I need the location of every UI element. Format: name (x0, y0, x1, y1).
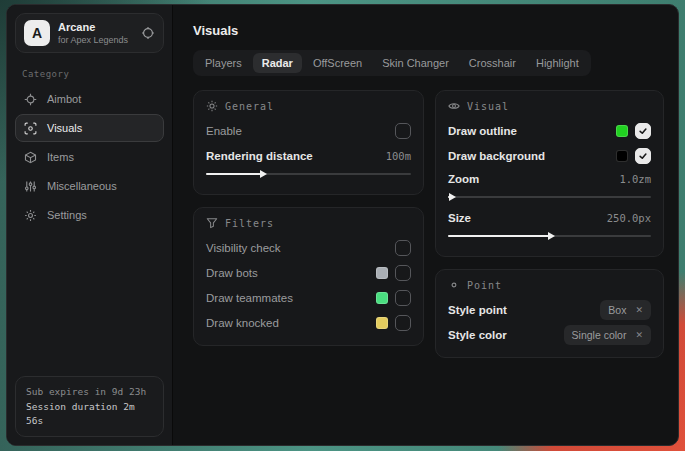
dot-icon (448, 279, 460, 291)
clear-icon[interactable]: ✕ (635, 330, 643, 340)
style-color-value: Single color (572, 329, 627, 341)
rendering-distance-row: Rendering distance 100m (206, 144, 411, 167)
tab-crosshair[interactable]: Crosshair (460, 53, 525, 73)
draw-teammates-row: Draw teammates (206, 286, 411, 309)
content: General Enable Rendering distance 100m (193, 90, 664, 358)
sidebar-item-label: Miscellaneous (47, 180, 117, 192)
enable-checkbox[interactable] (395, 123, 411, 139)
session-duration-text: Session duration 2m 56s (26, 400, 153, 429)
sidebar-item-miscellaneous[interactable]: Miscellaneous (15, 172, 164, 200)
rendering-distance-label: Rendering distance (206, 150, 386, 162)
tab-highlight[interactable]: Highlight (527, 53, 588, 73)
panel-title: Filters (225, 218, 274, 229)
style-color-select[interactable]: Single color ✕ (564, 325, 651, 345)
color-swatch[interactable] (376, 267, 388, 279)
sliders-icon (24, 180, 37, 193)
style-point-row: Style point Box ✕ (448, 298, 651, 321)
draw-background-checkbox[interactable] (635, 148, 651, 164)
draw-teammates-checkbox[interactable] (395, 290, 411, 306)
draw-background-row: Draw background (448, 144, 651, 167)
draw-knocked-checkbox[interactable] (395, 315, 411, 331)
main-area: Visuals Players Radar OffScreen Skin Cha… (173, 5, 678, 445)
panel-title: Visual (467, 101, 509, 112)
sidebar-nav: Aimbot Visuals (15, 85, 164, 229)
game-background: A Arcane for Apex Legends Category (0, 0, 685, 451)
zoom-row: Zoom 1.0zm (448, 167, 651, 190)
right-column: Visual Draw outline Draw background (435, 90, 664, 358)
subscription-status: Sub expires in 9d 23h Session duration 2… (15, 376, 164, 437)
draw-outline-label: Draw outline (448, 125, 616, 137)
app-logo: A (24, 20, 50, 46)
sidebar-item-label: Aimbot (47, 93, 81, 105)
tab-skin-changer[interactable]: Skin Changer (373, 53, 458, 73)
sidebar-item-items[interactable]: Items (15, 143, 164, 171)
app-subtitle: for Apex Legends (58, 35, 128, 45)
eye-scan-icon (24, 122, 37, 135)
tab-players[interactable]: Players (196, 53, 251, 73)
general-panel: General Enable Rendering distance 100m (193, 90, 424, 195)
filters-panel-header: Filters (206, 217, 411, 229)
general-panel-header: General (206, 100, 411, 112)
draw-bots-label: Draw bots (206, 267, 376, 279)
color-swatch[interactable] (616, 150, 628, 162)
visibility-check-label: Visibility check (206, 242, 395, 254)
left-column: General Enable Rendering distance 100m (193, 90, 424, 346)
draw-outline-row: Draw outline (448, 119, 651, 142)
enable-label: Enable (206, 125, 395, 137)
sun-icon (206, 100, 218, 112)
style-point-select[interactable]: Box ✕ (600, 300, 651, 320)
slider-thumb[interactable] (548, 232, 555, 240)
point-panel-header: Point (448, 279, 651, 291)
gear-icon (24, 209, 37, 222)
zoom-label: Zoom (448, 173, 619, 185)
draw-knocked-label: Draw knocked (206, 317, 376, 329)
app-title: Arcane (58, 21, 128, 33)
category-label: Category (22, 69, 164, 79)
color-swatch[interactable] (616, 125, 628, 137)
visual-panel: Visual Draw outline Draw background (435, 90, 664, 257)
visibility-check-row: Visibility check (206, 236, 411, 259)
draw-knocked-row: Draw knocked (206, 311, 411, 334)
tab-offscreen[interactable]: OffScreen (304, 53, 371, 73)
zoom-value: 1.0zm (619, 173, 651, 185)
eye-icon (448, 100, 460, 112)
draw-bots-checkbox[interactable] (395, 265, 411, 281)
filters-panel: Filters Visibility check Draw bots (193, 207, 424, 346)
visibility-check-checkbox[interactable] (395, 240, 411, 256)
rendering-distance-value: 100m (386, 150, 411, 162)
sidebar-item-visuals[interactable]: Visuals (15, 114, 164, 142)
cube-icon (24, 151, 37, 164)
rendering-distance-slider[interactable] (206, 169, 411, 179)
size-value: 250.0px (607, 212, 651, 224)
arcane-window: A Arcane for Apex Legends Category (6, 4, 679, 446)
crosshair-icon[interactable] (141, 26, 155, 40)
tab-radar[interactable]: Radar (253, 53, 302, 73)
style-point-value: Box (608, 304, 626, 316)
panel-title: Point (467, 280, 502, 291)
style-color-label: Style color (448, 329, 564, 341)
crosshair-icon (24, 93, 37, 106)
sub-expires-text: Sub expires in 9d 23h (26, 385, 153, 399)
zoom-slider[interactable] (448, 192, 651, 202)
logo-text: Arcane for Apex Legends (58, 21, 128, 45)
sidebar-item-label: Items (47, 151, 74, 163)
sidebar-item-label: Visuals (47, 122, 82, 134)
sidebar: A Arcane for Apex Legends Category (7, 5, 173, 445)
funnel-icon (206, 217, 218, 229)
slider-thumb[interactable] (260, 170, 267, 178)
point-panel: Point Style point Box ✕ Style color (435, 269, 664, 358)
page-title: Visuals (193, 23, 664, 38)
slider-thumb[interactable] (449, 193, 456, 201)
visual-panel-header: Visual (448, 100, 651, 112)
sidebar-item-settings[interactable]: Settings (15, 201, 164, 229)
draw-background-label: Draw background (448, 150, 616, 162)
sidebar-item-aimbot[interactable]: Aimbot (15, 85, 164, 113)
panel-title: General (225, 101, 274, 112)
draw-outline-checkbox[interactable] (635, 123, 651, 139)
size-slider[interactable] (448, 231, 651, 241)
size-label: Size (448, 212, 607, 224)
clear-icon[interactable]: ✕ (635, 305, 643, 315)
color-swatch[interactable] (376, 292, 388, 304)
style-point-label: Style point (448, 304, 600, 316)
color-swatch[interactable] (376, 317, 388, 329)
